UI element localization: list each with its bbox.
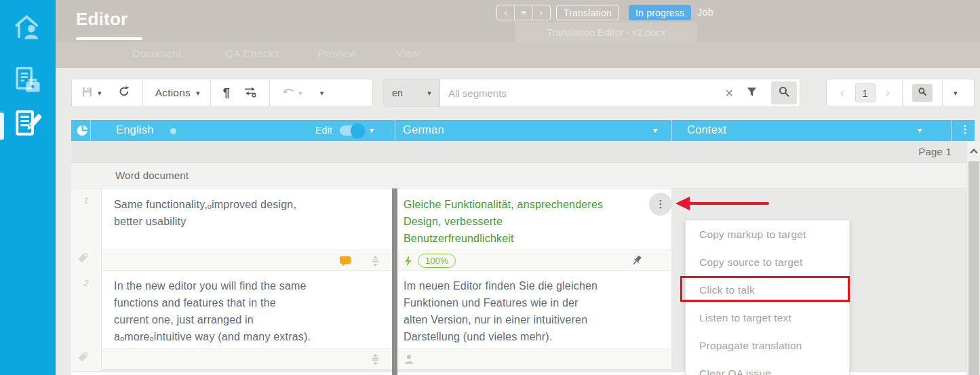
annotation-red-box	[680, 276, 850, 302]
search-icon	[918, 87, 927, 99]
search-language-select[interactable]: en ▾	[384, 79, 440, 106]
goto-segment-button[interactable]	[912, 84, 933, 102]
actions-caret[interactable]: ▾	[196, 89, 200, 98]
menu-item-copy-source[interactable]: Copy source to target	[686, 248, 849, 276]
target-column-caret[interactable]: ▾	[653, 125, 657, 135]
header-divider	[90, 120, 91, 141]
source-column-header[interactable]: English	[116, 123, 154, 136]
next-page-button[interactable]: ›	[886, 87, 890, 99]
status-badge[interactable]: In progress	[629, 5, 691, 20]
statistics-pie-icon[interactable]	[76, 124, 89, 140]
menu-item-copy-markup[interactable]: Copy markup to target	[686, 220, 849, 248]
target-status-bar: 100%	[397, 250, 671, 271]
save-dropdown-caret[interactable]: ▾	[98, 89, 102, 98]
toolbar-divider	[942, 79, 943, 106]
job-label: Job	[697, 7, 713, 18]
target-text: Im neuen Editor finden Sie die gleichen …	[397, 271, 671, 345]
clear-search-icon[interactable]: ✕	[724, 87, 734, 100]
sidebar-active-indicator	[0, 113, 4, 140]
source-cell[interactable]: In the new editor you will find the same…	[102, 271, 392, 348]
menu-item-listen-target[interactable]: Listen to target text	[686, 304, 849, 332]
toolbar-divider	[269, 79, 270, 106]
source-cell[interactable]: Same functionality,ₒimproved design, bet…	[102, 189, 392, 250]
tab-qa-checks[interactable]: QA Checks	[225, 47, 279, 60]
split-segment-handle-icon[interactable]	[370, 255, 380, 270]
redo-dropdown-caret[interactable]: ▾	[320, 89, 324, 98]
source-status-bar	[102, 348, 392, 370]
pin-icon[interactable]	[631, 254, 643, 269]
sidebar	[0, 0, 56, 375]
target-column-header[interactable]: German	[403, 123, 444, 136]
edit-toggle-label: Edit	[315, 125, 332, 136]
undo-icon[interactable]	[282, 87, 297, 99]
translation-editor-app: Editor ‹ ≡ › Translation In progress Job…	[0, 0, 980, 375]
source-text: Same functionality,ₒimproved design, bet…	[102, 189, 392, 230]
translator-person-icon	[404, 354, 414, 368]
document-briefcase-icon	[14, 66, 42, 96]
context-column-header[interactable]: Context	[687, 123, 726, 136]
sidebar-item-projects[interactable]	[0, 62, 56, 100]
source-status-bar	[102, 250, 392, 271]
actions-menu-button[interactable]: Actions	[155, 87, 191, 99]
segment-search-bar: en ▾ ✕	[383, 79, 800, 107]
prev-page-button[interactable]: ‹	[840, 87, 844, 99]
current-page-field[interactable]: 1	[855, 83, 876, 102]
header-tab-bar	[56, 42, 980, 68]
target-cell[interactable]: Im neuen Editor finden Sie die gleichen …	[397, 271, 671, 348]
search-icon	[778, 85, 790, 100]
comment-bubble-icon[interactable]	[339, 256, 351, 270]
scroll-up-arrow-icon[interactable]	[970, 149, 977, 156]
target-cell[interactable]: Gleiche Funktionalität, ansprechenderes …	[397, 189, 671, 250]
toggle-knob	[351, 123, 365, 138]
annotation-arrow	[689, 202, 769, 205]
target-status-bar	[397, 348, 671, 370]
refresh-icon[interactable]	[118, 85, 130, 100]
segment-list-icon[interactable]: ≡	[515, 5, 532, 20]
header-divider	[671, 120, 672, 141]
page-title: Editor	[76, 9, 128, 30]
target-text: Gleiche Funktionalität, ansprechenderes …	[397, 189, 671, 247]
search-language-value: en	[392, 87, 403, 98]
vertical-scrollbar[interactable]	[966, 141, 980, 375]
search-button[interactable]	[771, 81, 797, 104]
toolbar-divider	[142, 79, 143, 106]
header-divider	[951, 120, 952, 141]
tag-icon[interactable]	[77, 351, 89, 366]
grid-options-dots[interactable]: ⋮	[960, 123, 971, 136]
tab-document[interactable]: Document	[132, 47, 181, 60]
filter-icon[interactable]	[746, 86, 758, 100]
toolbar-divider	[902, 79, 903, 106]
prev-segment-button[interactable]: ‹	[497, 5, 515, 20]
next-segment-button[interactable]: ›	[533, 5, 550, 20]
menu-item-propagate[interactable]: Propagate translation	[686, 332, 849, 359]
tab-preview[interactable]: Preview	[318, 47, 357, 60]
edit-toggle[interactable]	[340, 125, 363, 136]
context-column-caret[interactable]: ▾	[918, 125, 922, 135]
sidebar-item-home[interactable]	[0, 9, 56, 47]
segment-number: 1	[71, 195, 101, 205]
translation-button[interactable]: Translation	[556, 5, 619, 20]
scrollbar-thumb[interactable]	[968, 161, 979, 375]
page-indicator-bar: Page 1	[71, 141, 966, 163]
search-input[interactable]	[440, 87, 724, 99]
segment-number: 2	[71, 278, 101, 288]
page-options-caret[interactable]: ▾	[954, 89, 958, 98]
annotation-arrow-head	[675, 197, 690, 210]
source-text: In the new editor you will find the same…	[102, 271, 392, 345]
tag-icon[interactable]	[77, 252, 89, 267]
show-whitespace-button[interactable]: ¶	[223, 86, 230, 100]
home-user-icon	[14, 14, 42, 43]
sidebar-item-editor[interactable]	[0, 106, 56, 144]
source-column-caret[interactable]: ▾	[370, 125, 374, 135]
tab-view[interactable]: View	[396, 47, 419, 60]
undo-caret[interactable]: ▾	[298, 89, 302, 98]
find-replace-icon[interactable]	[243, 85, 257, 100]
save-icon[interactable]	[81, 85, 94, 101]
split-segment-handle-icon[interactable]	[370, 353, 380, 368]
document-tab[interactable]: Translation Editor - v2.docx	[515, 22, 697, 42]
title-underline	[76, 37, 142, 40]
match-score-badge: 100%	[418, 254, 456, 268]
column-splitter[interactable]	[392, 189, 397, 375]
menu-item-clear-qa[interactable]: Clear QA issue	[686, 359, 849, 375]
segment-options-button[interactable]: ⋮	[649, 193, 672, 216]
